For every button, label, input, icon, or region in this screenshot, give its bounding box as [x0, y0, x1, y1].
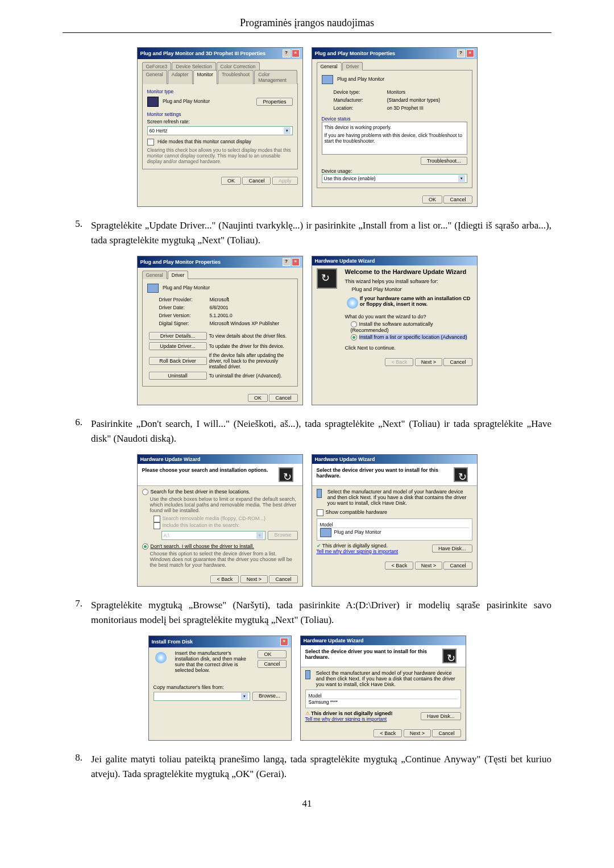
cancel-button[interactable]: Cancel: [242, 177, 271, 185]
cancel-button[interactable]: Cancel: [443, 358, 472, 366]
chk-removable[interactable]: [154, 516, 160, 522]
cancel-button[interactable]: Cancel: [432, 729, 460, 737]
tab-adapter[interactable]: Adapter: [168, 70, 193, 84]
next-button[interactable]: Next >: [415, 562, 442, 570]
help-icon[interactable]: ?: [283, 49, 291, 57]
dialog-title: Hardware Update Wizard: [315, 456, 375, 462]
wizard-icon: [454, 467, 467, 482]
tab-color-management[interactable]: Color Management: [254, 70, 297, 84]
dialog-title: Install From Disk: [152, 639, 193, 645]
date-value: 6/6/2001: [209, 304, 280, 311]
help-icon[interactable]: ?: [283, 258, 291, 266]
help-icon[interactable]: ?: [457, 49, 465, 57]
cancel-button[interactable]: Cancel: [269, 575, 297, 583]
dialog-title: Plug and Play Monitor and 3D Prophet III…: [140, 51, 266, 56]
cancel-button[interactable]: Cancel: [443, 196, 472, 203]
manufacturer-label: Manufacturer:: [333, 97, 385, 103]
back-button[interactable]: < Back: [385, 562, 413, 570]
tab-geforce3[interactable]: GeForce3: [142, 62, 172, 70]
back-button[interactable]: < Back: [210, 575, 239, 583]
chk-location[interactable]: [154, 522, 160, 529]
troubleshoot-button[interactable]: Troubleshoot...: [421, 157, 467, 165]
next-button[interactable]: Next >: [404, 729, 431, 737]
back-button[interactable]: < Back: [374, 729, 402, 737]
tab-general[interactable]: General: [142, 70, 167, 84]
have-disk-button[interactable]: Have Disk...: [421, 712, 461, 720]
radio-dont-search[interactable]: [142, 543, 148, 550]
hide-modes-checkbox[interactable]: [147, 139, 154, 146]
step-number: 8.: [63, 752, 91, 781]
tab-driver[interactable]: Driver: [168, 271, 189, 279]
tab-troubleshoot[interactable]: Troubleshoot: [218, 70, 254, 84]
have-disk-button[interactable]: Have Disk...: [432, 545, 472, 553]
not-signed-text: This driver is not digitally signed!: [311, 711, 393, 716]
browse-button[interactable]: Browse...: [252, 692, 287, 701]
tab-device-selection[interactable]: Device Selection: [172, 62, 215, 70]
browse-button[interactable]: Browse: [268, 531, 297, 540]
dialog-title: Plug and Play Monitor Properties: [140, 259, 221, 265]
step-number: 5.: [63, 218, 91, 247]
tab-color-correction[interactable]: Color Correction: [217, 62, 260, 70]
device-name: Plug and Play Monitor: [337, 76, 384, 82]
chevron-down-icon[interactable]: ▾: [241, 693, 248, 700]
step-7: 7. Spragtelėkite mygtuką „Browse" (Naršy…: [63, 598, 551, 627]
step-5: 5. Spragtelėkite „Update Driver..." (Nau…: [63, 218, 551, 247]
manufacturer-value: (Standard monitor types): [387, 97, 441, 103]
ok-button[interactable]: OK: [221, 177, 241, 185]
model-list[interactable]: Model Plug and Play Monitor: [317, 518, 472, 541]
cancel-button[interactable]: Cancel: [258, 660, 286, 668]
model-list[interactable]: Model Samsung ****: [305, 690, 461, 708]
tab-general[interactable]: General: [317, 62, 342, 70]
hide-modes-label: Hide modes that this monitor cannot disp…: [157, 139, 251, 144]
radio-auto[interactable]: [351, 321, 357, 327]
close-icon[interactable]: ×: [280, 638, 288, 646]
path-select[interactable]: ▾: [154, 692, 250, 701]
chevron-down-icon[interactable]: ▾: [284, 127, 291, 134]
back-button[interactable]: < Back: [385, 358, 413, 366]
rollback-button[interactable]: Roll Back Driver: [149, 357, 207, 365]
ok-button[interactable]: OK: [258, 650, 286, 658]
signing-link[interactable]: Tell me why driver signing is important: [317, 549, 399, 554]
dialog-hardware-wizard-samsung: Hardware Update Wizard Select the device…: [300, 636, 466, 741]
next-button[interactable]: Next >: [240, 575, 268, 583]
tab-driver[interactable]: Driver: [342, 62, 363, 70]
dialog-title: Hardware Update Wizard: [140, 456, 201, 462]
cancel-button[interactable]: Cancel: [443, 562, 472, 570]
tab-general[interactable]: General: [142, 271, 167, 279]
signer-label: Digital Signer:: [159, 320, 208, 327]
figure-row-4: Install From Disk × Insert the manufactu…: [63, 636, 551, 741]
uninstall-button[interactable]: Uninstall: [149, 372, 207, 380]
wizard-icon: [317, 268, 337, 289]
radio-search[interactable]: [142, 489, 148, 495]
wizard-device: Plug and Play Monitor: [352, 286, 472, 292]
signing-link[interactable]: Tell me why driver signing is important: [305, 716, 387, 722]
location-label: Location:: [333, 105, 385, 111]
next-button[interactable]: Next >: [415, 358, 442, 366]
model-item[interactable]: Samsung ****: [309, 699, 458, 705]
model-item[interactable]: Plug and Play Monitor: [320, 528, 469, 537]
chk-compatible[interactable]: [317, 509, 323, 516]
step-text: Spragtelėkite mygtuką „Browse" (Naršyti)…: [91, 598, 551, 627]
copy-label: Copy manufacturer's files from:: [154, 684, 287, 690]
device-type-label: Device type:: [333, 89, 385, 95]
close-icon[interactable]: ×: [292, 49, 300, 57]
update-driver-button[interactable]: Update Driver...: [149, 342, 207, 350]
step-text: Spragtelėkite „Update Driver..." (Naujin…: [91, 218, 551, 247]
device-usage-select[interactable]: Use this device (enable) ▾: [322, 174, 467, 183]
close-icon[interactable]: ×: [466, 49, 474, 57]
properties-button[interactable]: Properties: [256, 98, 292, 106]
chevron-down-icon[interactable]: ▾: [458, 175, 465, 182]
close-icon[interactable]: ×: [292, 258, 300, 266]
tab-monitor[interactable]: Monitor: [193, 70, 217, 84]
ok-button[interactable]: OK: [422, 196, 442, 203]
radio-list[interactable]: [351, 334, 357, 340]
cancel-button[interactable]: Cancel: [269, 394, 297, 402]
ok-button[interactable]: OK: [248, 394, 268, 402]
driver-details-button[interactable]: Driver Details...: [149, 332, 207, 340]
wizard-welcome: Welcome to the Hardware Update Wizard: [345, 268, 472, 275]
device-usage-label: Device usage:: [322, 168, 467, 174]
apply-button[interactable]: Apply: [272, 177, 298, 185]
refresh-rate-select[interactable]: 60 Hertz ▾: [147, 126, 293, 135]
path-select[interactable]: A:\▾: [161, 531, 266, 540]
uninstall-desc: To uninstall the driver (Advanced).: [209, 371, 292, 380]
